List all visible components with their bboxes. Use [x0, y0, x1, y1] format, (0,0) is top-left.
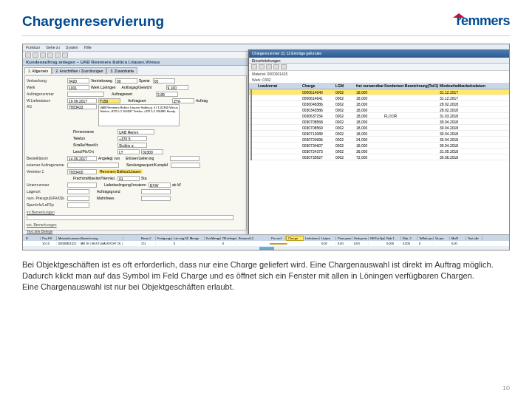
lbl-verkaufsorg: Verkaufsorg.	[27, 78, 67, 83]
grid-row[interactable]: 10.1000000301425MB 2K / MULTI-BAUDICHT 2…	[23, 241, 510, 246]
toolbar-btn[interactable]	[62, 52, 68, 58]
menu-gehezu[interactable]: Gehe zu	[46, 45, 60, 50]
toolbar-btn[interactable]	[25, 52, 31, 58]
batch-row[interactable]: 0030734607000218,00030.04.2018	[249, 143, 510, 149]
charge-field[interactable]	[270, 243, 287, 245]
tab-anschriften[interactable]: 2. Anschriften / Zuordnungen	[52, 67, 106, 74]
batch-selection-popup: Chargennummer (1) 12 Einträge gefunden E…	[248, 50, 510, 250]
batch-row[interactable]: 0000614640000218,00031.12.2017	[249, 89, 510, 95]
batch-table-header: LoadvorratChargeLGMfrei verwendbarSonder…	[249, 83, 510, 89]
batch-row[interactable]: 0000614641000218,00031.12.2017	[249, 95, 510, 101]
toolbar-btn[interactable]	[47, 52, 53, 58]
batch-row[interactable]: 0030720696000224,00030.04.2018	[249, 137, 510, 143]
tab-zusatz[interactable]: 3. Zusatzkarte	[106, 67, 137, 74]
popup-tb-btn[interactable]	[251, 64, 257, 69]
batch-row[interactable]: 0030713089000218,00030.04.2018	[249, 131, 510, 137]
toolbar-btn[interactable]	[40, 52, 46, 58]
batch-row[interactable]: 0030343586000218,00028.02.2018	[249, 107, 510, 113]
brand-logo: remmers	[409, 13, 510, 29]
highlighted-field[interactable]: T150	[98, 98, 120, 103]
divider	[22, 35, 510, 36]
batch-row[interactable]: 0030708568000218,00030.04.2018	[249, 119, 510, 125]
popup-menu[interactable]: Einschränkungen	[249, 58, 510, 64]
popup-toolbar	[249, 64, 510, 71]
menu-hilfe[interactable]: Hilfe	[84, 45, 92, 50]
address-box: UAB Remmers Baltica Litauen Stulbių g. 4…	[98, 104, 180, 126]
arrow-icon	[259, 247, 279, 250]
popup-tb-btn[interactable]	[281, 64, 287, 69]
popup-werk: Werk: 0302	[249, 77, 510, 83]
roof-icon	[453, 13, 465, 18]
batch-row[interactable]: 0030735927000272,00030.06.2018	[249, 154, 510, 160]
batch-row[interactable]: 0030048386030218,00028.02.2018	[249, 101, 510, 107]
menu-funktion[interactable]: Funktion	[26, 45, 40, 50]
popup-material: Material: 0000301425	[249, 71, 510, 77]
batch-row[interactable]: 0030637154000218,000FLOOR31.03.2018	[249, 113, 510, 119]
toolbar-btn[interactable]	[33, 52, 38, 58]
popup-tb-btn[interactable]	[266, 64, 272, 69]
popup-tb-btn[interactable]	[273, 64, 279, 69]
popup-tb-btn[interactable]	[259, 64, 265, 69]
grid-header: RPos.FSMaterialnummer-BezeichnungBezer.2…	[23, 235, 510, 241]
batch-row[interactable]: 0030708569000218,00030.04.2018	[249, 125, 510, 131]
batch-row[interactable]: 0030724373000236,00031.05.2018	[249, 149, 510, 154]
sap-screenshot: Funktion Gehe zu System Hilfe Kundenauft…	[22, 44, 510, 250]
order-form: 1. Allgemein 2. Anschriften / Zuordnunge…	[23, 66, 248, 250]
batch-table-body: 0000614640000218,00031.12.20170000614641…	[249, 89, 510, 160]
form-tabs: 1. Allgemein 2. Anschriften / Zuordnunge…	[24, 67, 247, 74]
page-number: 10	[502, 384, 510, 392]
tab-allgemein[interactable]: 1. Allgemein	[24, 67, 52, 74]
fld-verkaufsorg[interactable]: 0420	[67, 78, 89, 83]
page-title: Chargenreservierung	[22, 13, 164, 30]
menu-system[interactable]: System	[66, 45, 78, 50]
toolbar-btn[interactable]	[55, 52, 61, 58]
description-text: Bei Objektgeschäften ist es oft erforder…	[22, 259, 510, 293]
popup-title: Chargennummer (1) 12 Einträge gefunden	[249, 50, 510, 58]
